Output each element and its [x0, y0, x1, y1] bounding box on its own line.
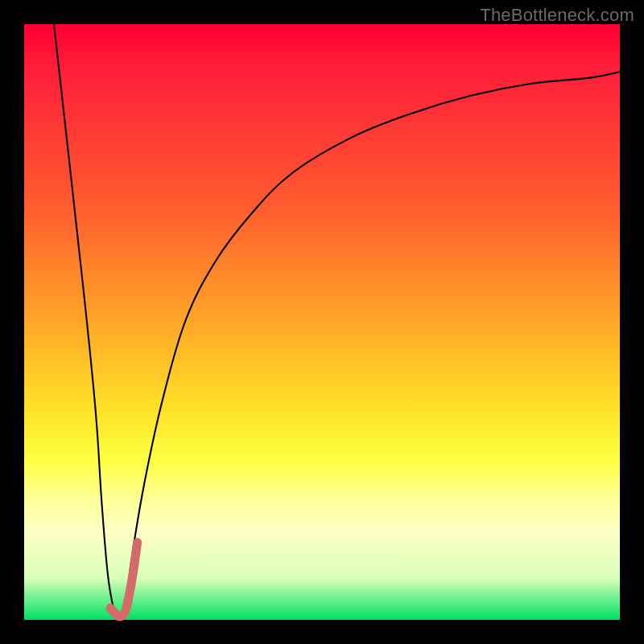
plot-area [24, 24, 620, 620]
watermark-text: TheBottleneck.com [480, 5, 634, 26]
chart-frame: TheBottleneck.com [0, 0, 644, 644]
main-curve [54, 24, 620, 620]
curves-layer [24, 24, 620, 620]
highlight-segment [110, 543, 137, 617]
